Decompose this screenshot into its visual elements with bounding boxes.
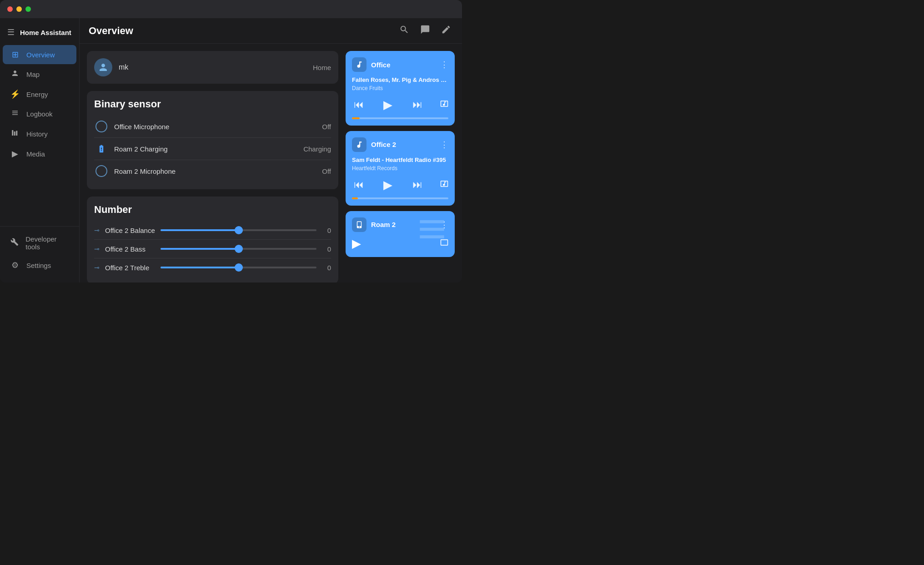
center-column: mk Home Binary sensor Office Microphone … — [87, 51, 338, 275]
roam2-device-icon — [352, 217, 367, 232]
number-row-treble: ⊸ Office 2 Treble 0 — [94, 258, 331, 277]
main-content: Overview — [80, 18, 462, 282]
roam2-watermark — [414, 211, 450, 252]
sidebar-bottom: Developer tools ⚙ Settings — [0, 226, 79, 279]
media-card-office: Office ⋮ Fallen Roses, Mr. Pig & Andros … — [346, 51, 455, 126]
office-song: Fallen Roses, Mr. Pig & Andros - Deep En… — [352, 76, 448, 84]
office-progress-bar[interactable] — [352, 117, 448, 119]
menu-toggle-icon[interactable]: ☰ — [7, 27, 15, 37]
edit-icon[interactable] — [439, 23, 453, 39]
office-screen-icon[interactable] — [440, 100, 448, 110]
history-icon — [10, 129, 20, 139]
close-button[interactable] — [7, 6, 13, 12]
balance-value: 0 — [322, 227, 331, 234]
bass-slider[interactable] — [161, 244, 316, 253]
titlebar — [0, 0, 462, 18]
sidebar-label-history: History — [26, 130, 48, 138]
bass-value: 0 — [322, 245, 331, 253]
office2-screen-icon[interactable] — [440, 180, 448, 190]
sidebar-item-energy[interactable]: ⚡ Energy — [3, 85, 76, 104]
sidebar-label-energy: Energy — [26, 91, 48, 98]
person-name: mk — [119, 63, 306, 71]
treble-value: 0 — [322, 264, 331, 272]
sidebar-label-developer-tools: Developer tools — [25, 235, 69, 251]
sensor-row-roam-charging: Roam 2 Charging Charging — [94, 138, 331, 160]
sidebar-label-map: Map — [26, 71, 40, 78]
office-artist: Dance Fruits — [352, 85, 448, 91]
balance-slider[interactable] — [161, 226, 316, 235]
binary-sensor-title: Binary sensor — [94, 98, 331, 110]
sidebar: ☰ Home Assistant ⊞ Overview Map — [0, 18, 80, 282]
roam-microphone-name: Roam 2 Microphone — [114, 167, 316, 175]
sensor-row-office-mic: Office Microphone Off — [94, 116, 331, 138]
sidebar-item-history[interactable]: History — [3, 124, 76, 144]
search-icon[interactable] — [397, 23, 411, 39]
number-card: Number ⊸ Office 2 Balance 0 — [87, 197, 338, 282]
office2-progress-bar[interactable] — [352, 197, 448, 199]
map-icon — [10, 69, 20, 80]
app-window: ☰ Home Assistant ⊞ Overview Map — [0, 0, 462, 282]
sidebar-item-settings[interactable]: ⚙ Settings — [3, 256, 76, 275]
office2-device-name: Office 2 — [371, 141, 436, 148]
office2-next-button[interactable]: ⏭ — [411, 177, 424, 192]
sidebar-label-settings: Settings — [26, 262, 51, 269]
number-row-balance: ⊸ Office 2 Balance 0 — [94, 221, 331, 240]
sidebar-label-overview: Overview — [26, 51, 55, 59]
right-column: Office ⋮ Fallen Roses, Mr. Pig & Andros … — [346, 51, 455, 275]
office-device-name: Office — [371, 61, 436, 69]
slider-icon-bass: ⊸ — [94, 245, 100, 252]
sidebar-label-media: Media — [26, 150, 45, 158]
office-next-button[interactable]: ⏭ — [411, 97, 424, 112]
chat-icon[interactable] — [418, 23, 432, 39]
roam2-play-button[interactable]: ▶ — [352, 237, 361, 251]
slider-icon-treble: ⊸ — [94, 264, 100, 271]
main-scroll[interactable]: mk Home Binary sensor Office Microphone … — [80, 44, 462, 282]
office-play-button[interactable]: ▶ — [382, 96, 394, 114]
roam-charging-value: Charging — [303, 145, 331, 153]
media-card-office2: Office 2 ⋮ Sam Feldt - Heartfeldt Radio … — [346, 131, 455, 206]
energy-icon: ⚡ — [10, 89, 20, 99]
office2-device-icon — [352, 137, 367, 152]
office-microphone-value: Off — [322, 123, 331, 131]
binary-sensor-card: Binary sensor Office Microphone Off — [87, 91, 338, 189]
minimize-button[interactable] — [16, 6, 22, 12]
treble-label: Office 2 Treble — [105, 264, 155, 272]
svg-rect-2 — [16, 131, 17, 136]
sidebar-item-media[interactable]: ▶ Media — [3, 144, 76, 163]
office2-more-icon[interactable]: ⋮ — [440, 140, 448, 150]
svg-rect-1 — [14, 131, 15, 136]
sidebar-item-map[interactable]: Map — [3, 65, 76, 84]
main-header: Overview — [80, 18, 462, 44]
sidebar-label-logbook: Logbook — [26, 110, 53, 118]
office2-artist: Heartfeldt Records — [352, 165, 448, 172]
treble-slider[interactable] — [161, 263, 316, 272]
maximize-button[interactable] — [25, 6, 31, 12]
office2-song: Sam Feldt - Heartfeldt Radio #395 — [352, 156, 448, 164]
roam-microphone-value: Off — [322, 167, 331, 175]
roam-charging-name: Roam 2 Charging — [114, 145, 298, 153]
office-device-icon — [352, 57, 367, 72]
developer-tools-icon — [10, 238, 19, 248]
sidebar-item-logbook[interactable]: Logbook — [3, 104, 76, 124]
office2-prev-button[interactable]: ⏮ — [352, 177, 366, 192]
media-header-office2: Office 2 ⋮ — [352, 137, 448, 152]
office-microphone-icon — [94, 119, 109, 134]
sidebar-item-overview[interactable]: ⊞ Overview — [3, 45, 76, 64]
overview-icon: ⊞ — [10, 50, 20, 60]
office2-play-button[interactable]: ▶ — [382, 176, 394, 194]
media-card-roam2: Roam 2 ⋮ ▶ — [346, 211, 455, 257]
office-controls: ⏮ ▶ ⏭ — [352, 96, 448, 114]
office-prev-button[interactable]: ⏮ — [352, 97, 366, 112]
office2-controls: ⏮ ▶ ⏭ — [352, 176, 448, 194]
roam-charging-icon — [94, 141, 109, 156]
balance-label: Office 2 Balance — [105, 227, 155, 234]
page-title: Overview — [89, 25, 397, 37]
roam-microphone-icon — [94, 164, 109, 178]
person-avatar — [94, 58, 112, 76]
svg-rect-0 — [12, 130, 13, 136]
sidebar-nav: ⊞ Overview Map ⚡ Energy — [0, 45, 79, 226]
office-more-icon[interactable]: ⋮ — [440, 60, 448, 70]
logbook-icon — [10, 109, 20, 119]
app-title: Home Assistant — [20, 29, 71, 36]
sidebar-item-developer-tools[interactable]: Developer tools — [3, 231, 76, 255]
